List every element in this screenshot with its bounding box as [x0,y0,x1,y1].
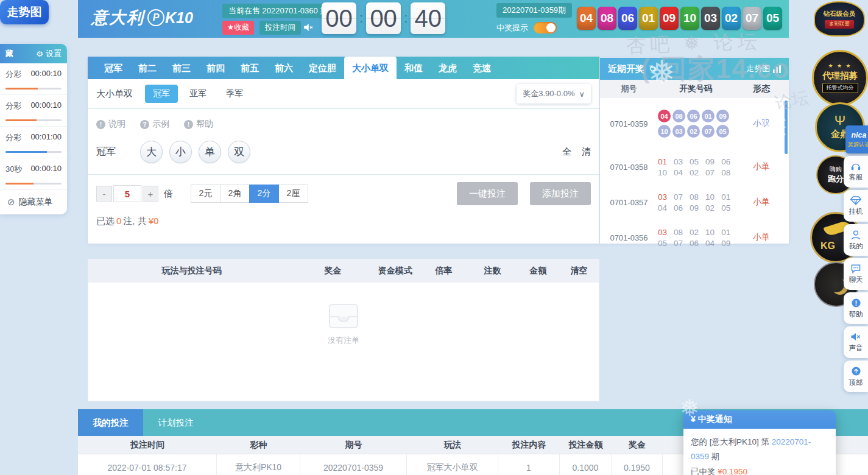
lottery-name: 分彩 [5,100,21,111]
unit-li[interactable]: 2厘 [278,185,308,203]
lottery-name: 分彩 [5,69,21,80]
diamond-member-badge[interactable]: 钻石级会员 多彩联盟 [814,1,865,37]
nicai-cert-badge[interactable]: nica 奖源认证 [845,125,868,153]
notification-amount: ¥0.1950 [718,467,747,475]
agent-recruit-badge[interactable]: ★ ★ ★ 代理招募 托管式均分 [812,50,868,106]
draw-mini-ball: 10 [658,125,671,138]
sub-tab[interactable]: 亚军 [182,85,214,103]
mute-speaker-icon[interactable] [303,22,314,35]
sound-button[interactable]: 声音 [844,326,868,358]
draw-ball: 10 [680,7,699,30]
draw-mini-ball: 08 [672,110,685,122]
tab-plan-bets[interactable]: 计划投注 [143,409,208,436]
nav-tab[interactable]: 龙虎 [431,57,465,79]
unit-yuan[interactable]: 2元 [191,185,221,203]
draw-mini-ball: 09 [716,110,729,122]
favorite-button[interactable]: ★收藏 [222,21,254,35]
lottery-item[interactable]: 分彩00:00:10 [0,95,67,127]
increase-button[interactable]: + [143,186,158,202]
col-header: 玩法与投注号码 [88,266,295,276]
option-big[interactable]: 大 [140,141,163,163]
draw-ball: 03 [701,7,720,30]
decrease-button[interactable]: - [96,186,112,202]
bet-row-label: 冠军 [96,146,116,158]
option-odd[interactable]: 单 [199,141,221,163]
lottery-countdown: 00:01:00 [30,132,62,143]
example-link[interactable]: ? 示例 [140,119,169,130]
unit-jiao[interactable]: 2角 [220,185,250,203]
settings-label: 设置 [46,48,62,59]
notification-body: 您的 [意大利PK10] 第 20220701-0359 期 已中奖 ¥0.19… [683,429,836,475]
empty-text: 没有注单 [328,335,359,346]
progress-fill [5,151,47,153]
badge-text: 多彩联盟 [825,20,854,29]
nav-tab[interactable]: 前二 [130,57,164,79]
back-to-top-button[interactable]: 顶部 [844,361,868,392]
option-even[interactable]: 双 [228,141,250,163]
draw-row: 0701-0358 0103050906 1004020708 小单 [600,149,789,185]
hide-menu-button[interactable]: ⊘ 隐藏菜单 [0,190,67,214]
collapse-label[interactable]: 藏 [5,48,13,59]
draw-mini-ball: 03 [672,125,685,138]
nav-tab-active[interactable]: 大小单双 [344,57,397,79]
explain-link[interactable]: ! 说明 [96,119,125,130]
customer-service-button[interactable]: 客服 [844,156,868,188]
auto-bet-button[interactable]: 挂机 [844,190,868,222]
sub-tab-active[interactable]: 冠军 [145,85,178,103]
col-header: 奖金 [612,440,663,451]
multiplier-input[interactable]: 5 [113,185,141,202]
help-links: ! 说明 ? 示例 ! 帮助 [88,109,599,130]
draw-mini-ball: 02 [687,125,700,138]
panel-scrollbar[interactable] [785,100,788,154]
settings-button[interactable]: ⚙ 设置 [36,48,62,59]
help-link[interactable]: ! 帮助 [184,119,213,130]
progress-fill [5,183,34,185]
recent-trend-link[interactable]: 走势图 [746,63,781,74]
nav-tab[interactable]: 前五 [233,57,267,79]
lottery-item[interactable]: 分彩00:01:00 [0,127,67,158]
site-logo: 意大利 P K10 [91,7,193,29]
select-all-button[interactable]: 全 [562,146,571,158]
sub-tab[interactable]: 季军 [218,85,251,103]
chat-button[interactable]: 聊天 [844,258,868,290]
quick-bet-button[interactable]: 一键投注 [457,182,518,205]
unit-fen-active[interactable]: 2分 [249,185,279,203]
nav-tab[interactable]: 和值 [397,57,431,79]
stars-icon: ★ ★ ★ [828,63,852,69]
draw-mini-ball: 05 [716,125,729,138]
bet-time: 2022-07-01 08:57:17 [78,454,217,475]
trend-chart-button[interactable]: 走势图 [0,0,49,24]
add-bet-button[interactable]: 添加投注 [530,182,591,205]
amount-controls: - 5 + 倍 2元 2角 2分 2厘 一键投注 添加投注 [88,175,599,205]
nav-tab[interactable]: 竞速 [465,57,499,79]
clear-button[interactable]: 清 [582,146,591,158]
draw-ball: 01 [639,7,658,30]
refresh-icon[interactable]: ↻ [649,63,657,74]
bet-time-button[interactable]: 投注时间 [259,21,301,35]
logo-p-ring-icon: P [147,9,164,26]
lottery-item[interactable]: 30秒00:00:10 [0,158,67,190]
lyre-icon: Ψ [834,114,845,127]
nav-tab[interactable]: 冠军 [96,57,130,79]
option-small[interactable]: 小 [169,141,192,163]
progress-fill [5,119,37,121]
badge-text: nica [851,131,866,139]
tab-my-bets[interactable]: 我的投注 [78,409,143,436]
total-amount: ¥0 [147,216,161,226]
my-account-button[interactable]: 我的 [844,224,868,256]
bonus-dropdown[interactable]: 奖金3.90-0.0% ∨ [517,84,591,104]
selected-count: 0 [115,216,123,226]
lottery-item[interactable]: 分彩00:00:10 [0,63,67,95]
nav-tab[interactable]: 前三 [164,57,199,79]
nav-tab[interactable]: 定位胆 [301,57,344,79]
draw-row: 0701-0356 0308021001 0507060409 小单 [600,220,789,255]
win-tip-toggle[interactable] [534,22,557,33]
multiplier-label: 倍 [164,188,173,200]
nav-tab[interactable]: 前四 [199,57,233,79]
nav-tab[interactable]: 前六 [267,57,301,79]
draw-ball: 04 [577,7,596,30]
draw-numbers: 0308021001 0507060409 [658,226,734,250]
user-icon [850,230,861,240]
help-button[interactable]: 帮助 [844,292,868,324]
favorites-panel-header: 藏 ⚙ 设置 [0,44,67,63]
